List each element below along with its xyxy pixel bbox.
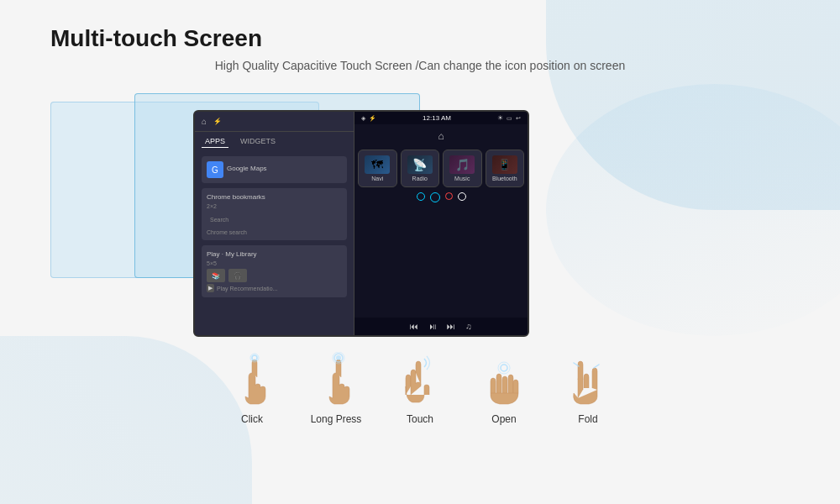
screen-right-panel: ◈ ⚡ 12:13 AM ☀ ▭ ↩ ⌂ — [354, 112, 528, 335]
screen-main: ⌂ ⚡ APPS WIDGETS G Google Maps Chrome bo — [193, 110, 529, 337]
location-icon: ◈ — [361, 115, 365, 122]
music-emoji: 🎵 — [455, 158, 470, 171]
radio-icon: 📡 — [407, 155, 433, 174]
open-label: Open — [491, 413, 516, 425]
status-bar: ◈ ⚡ 12:13 AM ☀ ▭ ↩ — [354, 112, 528, 124]
gesture-open: Open — [475, 349, 533, 425]
navi-label: Navi — [362, 176, 393, 181]
fold-hand-svg — [561, 352, 616, 407]
click-hand-svg — [229, 352, 276, 407]
click-label: Click — [241, 413, 263, 425]
page-content: Multi-touch Screen High Quality Capaciti… — [0, 0, 840, 442]
chrome-size: 2×2 — [207, 203, 342, 209]
touch-hand-svg — [395, 352, 445, 407]
page-title: Multi-touch Screen — [50, 25, 790, 52]
panel-plug-icon: ⚡ — [213, 118, 222, 125]
circle-cyan-2 — [430, 192, 440, 202]
panel-item-play: Play · My Library 5×5 📚 🎧 ▶ Play Recomme… — [202, 245, 347, 297]
status-left-icons: ◈ ⚡ — [361, 115, 376, 122]
play-play-btn[interactable]: ▶ — [207, 284, 214, 292]
media-music[interactable]: ♫ — [465, 322, 472, 331]
app-tile-navi[interactable]: 🗺 Navi — [358, 150, 397, 187]
svg-point-2 — [336, 355, 341, 360]
gesture-touch: Touch — [391, 349, 449, 425]
play-label: Play · My Library — [207, 250, 342, 258]
gestures-section: Click Long Press — [50, 349, 790, 425]
chrome-search-bar[interactable]: Search — [207, 211, 342, 228]
radio-emoji: 📡 — [412, 158, 427, 171]
play-headphone-icon: 🎧 — [228, 269, 247, 282]
svg-point-6 — [498, 362, 510, 374]
home-row: ⌂ — [354, 124, 528, 146]
longpress-label: Long Press — [311, 413, 362, 425]
gesture-click: Click — [223, 349, 281, 425]
googlemaps-label: Google Maps — [227, 165, 267, 172]
tab-apps[interactable]: APPS — [202, 135, 228, 148]
open-hand-svg — [477, 352, 532, 407]
media-prev[interactable]: ⏮ — [410, 322, 418, 331]
app-tile-radio[interactable]: 📡 Radio — [401, 150, 440, 187]
bluetooth-label: Bluetooth — [490, 176, 521, 181]
circle-red — [445, 192, 453, 200]
back-icon: ↩ — [516, 115, 521, 122]
chrome-search-label: Chrome search — [207, 229, 342, 235]
app-tile-bluetooth[interactable]: 📱 Bluetooth — [486, 150, 525, 187]
brightness-icon: ☀ — [497, 114, 503, 122]
play-book-icon: 📚 — [207, 269, 225, 282]
longpress-hand-svg — [313, 352, 360, 407]
radio-label: Radio — [405, 176, 436, 181]
music-icon: 🎵 — [449, 155, 475, 174]
panel-header: ⌂ ⚡ — [195, 112, 354, 132]
tab-widgets[interactable]: WIDGETS — [237, 135, 279, 148]
click-icon — [223, 349, 281, 408]
battery-icon: ▭ — [507, 115, 512, 122]
app-grid: 🗺 Navi 📡 Radio 🎵 — [354, 146, 528, 191]
home-icon: ⌂ — [438, 130, 444, 142]
open-icon — [475, 349, 533, 408]
navi-emoji: 🗺 — [371, 158, 383, 171]
play-icons-row: 📚 🎧 — [207, 269, 342, 282]
music-label: Music — [447, 176, 478, 181]
touch-icon — [391, 349, 449, 408]
fold-label: Fold — [578, 413, 597, 425]
fold-icon — [559, 349, 617, 408]
screen-left-panel: ⌂ ⚡ APPS WIDGETS G Google Maps Chrome bo — [195, 112, 354, 335]
circle-cyan-1 — [417, 192, 425, 201]
gesture-longpress: Long Press — [307, 349, 365, 425]
media-play[interactable]: ⏯ — [428, 322, 437, 331]
circles-row — [354, 192, 528, 202]
chrome-label: Chrome bookmarks — [207, 193, 342, 201]
longpress-icon — [307, 349, 365, 408]
play-rec-text: Play Recommendatio... — [217, 286, 277, 291]
status-right-icons: ☀ ▭ ↩ — [497, 114, 521, 122]
status-time: 12:13 AM — [423, 114, 451, 122]
play-rec-label: ▶ Play Recommendatio... — [207, 284, 342, 292]
play-size: 5×5 — [207, 260, 342, 266]
media-bar: ⏮ ⏯ ⏭ ♫ — [354, 318, 528, 335]
page-subtitle: High Quality Capacitive Touch Screen /Ca… — [50, 59, 790, 72]
googlemaps-icon: G — [207, 161, 223, 178]
media-next[interactable]: ⏭ — [447, 322, 455, 331]
bluetooth-tile-icon: 📱 — [492, 155, 517, 174]
bluetooth-icon: ⚡ — [369, 115, 376, 122]
app-tile-music[interactable]: 🎵 Music — [443, 150, 482, 187]
panel-item-chrome: Chrome bookmarks 2×2 Search Chrome searc… — [202, 188, 347, 240]
gesture-fold: Fold — [559, 349, 617, 425]
circle-white — [458, 192, 466, 201]
navi-icon: 🗺 — [365, 155, 390, 174]
panel-item-googlemaps: G Google Maps — [202, 156, 347, 183]
touch-label: Touch — [407, 413, 433, 425]
panel-tabs: APPS WIDGETS — [195, 132, 354, 151]
panel-home-icon: ⌂ — [202, 117, 207, 126]
bluetooth-emoji: 📱 — [498, 159, 511, 171]
svg-point-5 — [501, 365, 507, 371]
search-placeholder: Search — [210, 217, 228, 223]
